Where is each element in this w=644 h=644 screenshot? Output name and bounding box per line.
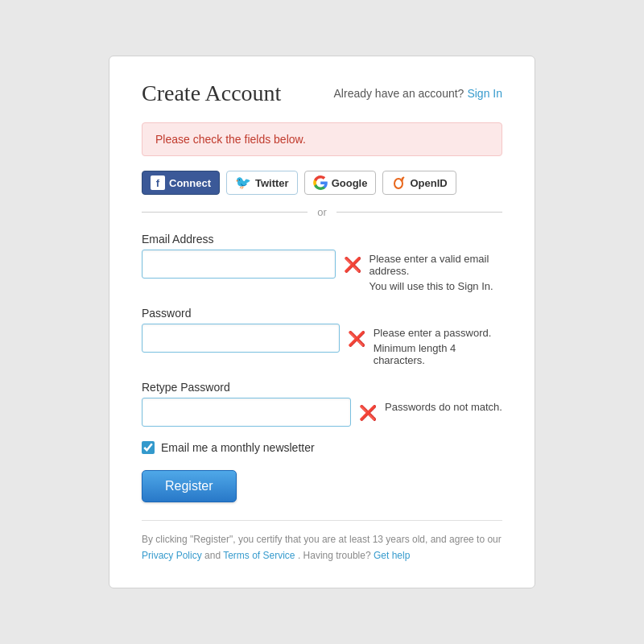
sign-in-link[interactable]: Sign In (467, 87, 502, 100)
footer-trouble: . Having trouble? (298, 550, 371, 561)
newsletter-row: Email me a monthly newsletter (142, 441, 502, 454)
email-error-text: Please enter a valid email address. (369, 253, 503, 277)
or-text: or (308, 206, 336, 218)
facebook-label: Connect (169, 177, 211, 189)
email-input[interactable] (142, 250, 336, 279)
retype-password-input[interactable] (142, 398, 351, 427)
password-row-inner: ❌ Please enter a password. Minimum lengt… (142, 324, 502, 366)
email-row-inner: ❌ Please enter a valid email address. Yo… (142, 250, 502, 292)
email-error-sub: You will use this to Sign In. (369, 280, 503, 292)
retype-error-text: Passwords do not match. (385, 401, 502, 413)
password-field-row: Password ❌ Please enter a password. Mini… (142, 307, 502, 366)
terms-of-service-link[interactable]: Terms of Service (223, 550, 295, 561)
email-field-row: Email Address ❌ Please enter a valid ema… (142, 233, 502, 292)
google-label: Google (332, 177, 368, 189)
privacy-policy-link[interactable]: Privacy Policy (142, 550, 202, 561)
twitter-label: Twitter (255, 177, 289, 189)
social-buttons: f Connect 🐦 Twitter Google (142, 171, 502, 195)
twitter-icon: 🐦 (235, 176, 251, 189)
page-title: Create Account (142, 80, 281, 106)
password-error-text: Please enter a password. (374, 327, 502, 339)
openid-icon (391, 175, 406, 190)
facebook-icon: f (151, 175, 165, 190)
password-error-msg: Please enter a password. Minimum length … (374, 324, 502, 366)
get-help-link[interactable]: Get help (374, 550, 410, 561)
retype-error-icon: ❌ (359, 404, 377, 422)
newsletter-checkbox[interactable] (142, 441, 155, 454)
openid-label: OpenID (410, 177, 447, 189)
password-error-sub: Minimum length 4 characters. (374, 342, 502, 366)
retype-label: Retype Password (142, 381, 502, 394)
google-icon (313, 175, 328, 190)
footer-and: and (204, 550, 221, 561)
sign-in-prompt: Already have an account? Sign In (334, 86, 502, 101)
email-label: Email Address (142, 233, 502, 246)
already-text: Already have an account? (334, 87, 464, 100)
retype-password-field-row: Retype Password ❌ Passwords do not match… (142, 381, 502, 427)
password-input[interactable] (142, 324, 340, 353)
google-button[interactable]: Google (304, 171, 377, 195)
twitter-button[interactable]: 🐦 Twitter (226, 171, 298, 195)
footer-text-before: By clicking "Register", you certify that… (142, 534, 502, 545)
create-account-card: Create Account Already have an account? … (109, 56, 535, 588)
email-error-icon: ❌ (344, 256, 361, 274)
newsletter-label[interactable]: Email me a monthly newsletter (161, 441, 315, 454)
register-button[interactable]: Register (142, 470, 237, 502)
error-banner-text: Please check the fields below. (155, 133, 306, 146)
retype-row-inner: ❌ Passwords do not match. (142, 398, 502, 427)
openid-button[interactable]: OpenID (382, 171, 456, 195)
or-divider: or (142, 206, 502, 218)
email-error-msg: Please enter a valid email address. You … (369, 250, 503, 292)
error-banner: Please check the fields below. (142, 122, 502, 156)
footer: By clicking "Register", you certify that… (142, 520, 502, 563)
password-label: Password (142, 307, 502, 320)
facebook-connect-button[interactable]: f Connect (142, 171, 220, 195)
password-error-icon: ❌ (348, 330, 365, 348)
card-header: Create Account Already have an account? … (142, 80, 502, 106)
